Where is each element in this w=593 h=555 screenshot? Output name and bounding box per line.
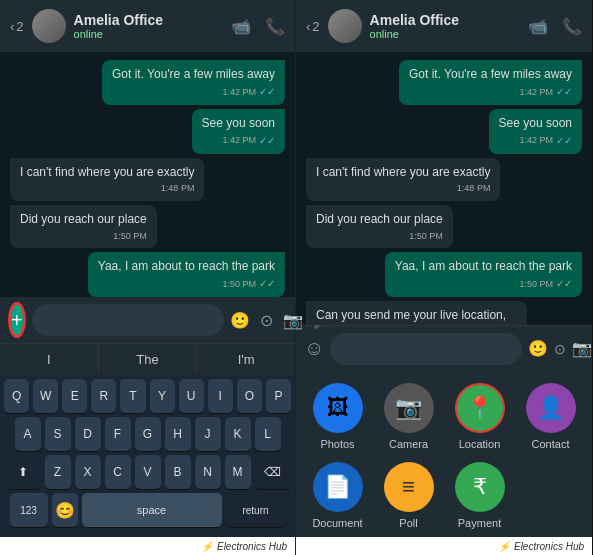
key-k[interactable]: K [225, 417, 251, 451]
time: 1:42 PM [222, 86, 256, 99]
brand-text-right: Electronics Hub [514, 541, 584, 552]
message-text: See you soon [202, 116, 275, 130]
call-icon-right[interactable]: 📞 [562, 17, 582, 36]
key-t[interactable]: T [120, 379, 145, 413]
video-icon-right[interactable]: 📹 [528, 17, 548, 36]
camera-attach-icon: 📷 [395, 395, 422, 421]
key-u[interactable]: U [179, 379, 204, 413]
attach-document[interactable]: 📄 Document [306, 462, 369, 529]
key-s[interactable]: S [45, 417, 71, 451]
message-4-right: Did you reach our place 1:50 PM [306, 205, 453, 248]
key-space[interactable]: space [82, 493, 222, 527]
tick-icon: ✓✓ [259, 134, 275, 148]
right-phone-panel: ‹ 2 Amelia Office online 📹 📞 Got it. You… [296, 0, 592, 555]
time: 1:48 PM [161, 182, 195, 195]
key-p[interactable]: P [266, 379, 291, 413]
key-m[interactable]: M [225, 455, 251, 489]
key-backspace[interactable]: ⌫ [255, 455, 291, 489]
key-b[interactable]: B [165, 455, 191, 489]
keyboard-row-3: ⬆ Z X C V B N M ⌫ [4, 455, 291, 489]
time: 1:50 PM [519, 278, 553, 291]
right-chat-header: ‹ 2 Amelia Office online 📹 📞 [296, 0, 592, 52]
time: 1:50 PM [113, 230, 147, 243]
video-icon-left[interactable]: 📹 [231, 17, 251, 36]
message-input-left[interactable] [32, 304, 224, 336]
key-return[interactable]: return [226, 493, 286, 527]
header-info-left: Amelia Office online [74, 12, 223, 40]
gif-icon-right[interactable]: ⊙ [554, 341, 566, 357]
document-icon: 📄 [324, 474, 351, 500]
key-d[interactable]: D [75, 417, 101, 451]
emoji-button-right[interactable]: ☺ [304, 337, 324, 360]
key-f[interactable]: F [105, 417, 131, 451]
message-input-right[interactable] [330, 333, 522, 365]
key-l[interactable]: L [255, 417, 281, 451]
camera-icon[interactable]: 📷 [283, 311, 303, 330]
key-e[interactable]: E [62, 379, 87, 413]
contact-name-left: Amelia Office [74, 12, 223, 28]
back-button-left[interactable]: ‹ 2 [10, 19, 24, 34]
sticker-icon[interactable]: 🙂 [230, 311, 250, 330]
camera-icon-wrap: 📷 [384, 383, 434, 433]
time: 1:48 PM [457, 182, 491, 195]
attach-plus-button[interactable]: + [8, 302, 26, 338]
message-5-right: Yaa, I am about to reach the park 1:50 P… [385, 252, 582, 297]
key-123[interactable]: 123 [10, 493, 48, 527]
key-h[interactable]: H [165, 417, 191, 451]
gif-icon[interactable]: ⊙ [260, 311, 273, 330]
key-z[interactable]: Z [45, 455, 71, 489]
suggestion-3[interactable]: I'm [197, 344, 295, 375]
key-c[interactable]: C [105, 455, 131, 489]
chat-area-left: Got it. You're a few miles away 1:42 PM … [0, 52, 295, 297]
document-icon-wrap: 📄 [313, 462, 363, 512]
key-r[interactable]: R [91, 379, 116, 413]
key-v[interactable]: V [135, 455, 161, 489]
key-g[interactable]: G [135, 417, 161, 451]
time: 1:50 PM [222, 278, 256, 291]
brand-logo: ⚡ [201, 541, 213, 552]
left-phone-panel: ‹ 2 Amelia Office online 📹 📞 Got it. You… [0, 0, 296, 555]
suggestion-1[interactable]: I [0, 344, 99, 375]
tick-icon: ✓✓ [259, 85, 275, 99]
keyboard-row-2: A S D F G H J K L [4, 417, 291, 451]
message-text: Got it. You're a few miles away [409, 67, 572, 81]
key-n[interactable]: N [195, 455, 221, 489]
key-a[interactable]: A [15, 417, 41, 451]
message-text: See you soon [499, 116, 572, 130]
back-arrow-icon-right: ‹ [306, 19, 310, 34]
attach-contact[interactable]: 👤 Contact [519, 383, 582, 450]
attach-photos[interactable]: 🖼 Photos [306, 383, 369, 450]
suggestion-2[interactable]: The [99, 344, 198, 375]
message-1-left: Got it. You're a few miles away 1:42 PM … [102, 60, 285, 105]
location-label: Location [459, 438, 501, 450]
message-2-right: See you soon 1:42 PM ✓✓ [489, 109, 582, 154]
message-text: Did you reach our place [316, 212, 443, 226]
attach-payment[interactable]: ₹ Payment [448, 462, 511, 529]
back-button-right[interactable]: ‹ 2 [306, 19, 320, 34]
input-bar-left: + 🙂 ⊙ 📷 🎤 [0, 297, 295, 343]
key-x[interactable]: X [75, 455, 101, 489]
sticker-icon-right[interactable]: 🙂 [528, 339, 548, 358]
payment-icon-wrap: ₹ [455, 462, 505, 512]
payment-icon: ₹ [473, 474, 487, 500]
message-text: Can you send me your live location, so I… [316, 308, 506, 325]
key-o[interactable]: O [237, 379, 262, 413]
key-shift[interactable]: ⬆ [5, 455, 41, 489]
back-count-left: 2 [16, 19, 23, 34]
camera-icon-right[interactable]: 📷 [572, 339, 592, 358]
contact-status-right: online [370, 28, 520, 40]
attach-poll[interactable]: ≡ Poll [377, 462, 440, 529]
message-3-right: I can't find where you are exactly 1:48 … [306, 158, 500, 201]
tick-icon: ✓✓ [556, 85, 572, 99]
key-j[interactable]: J [195, 417, 221, 451]
attach-camera[interactable]: 📷 Camera [377, 383, 440, 450]
key-w[interactable]: W [33, 379, 58, 413]
key-y[interactable]: Y [150, 379, 175, 413]
key-q[interactable]: Q [4, 379, 29, 413]
keyboard-row-1: Q W E R T Y U I O P [4, 379, 291, 413]
key-emoji[interactable]: 😊 [52, 493, 78, 527]
call-icon-left[interactable]: 📞 [265, 17, 285, 36]
attach-location[interactable]: 📍 Location [448, 383, 511, 450]
word-suggestions: I The I'm [0, 343, 295, 375]
key-i[interactable]: I [208, 379, 233, 413]
